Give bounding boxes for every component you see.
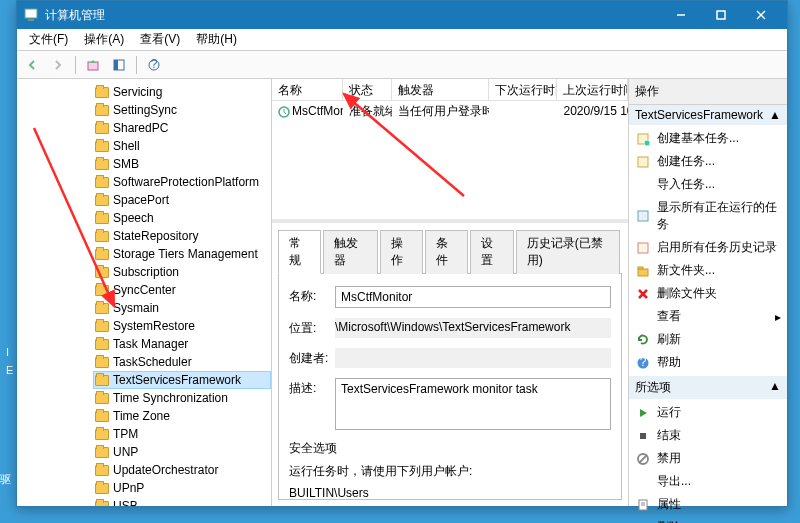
name-field[interactable]: MsCtfMonitor bbox=[335, 286, 611, 308]
up-button[interactable] bbox=[82, 54, 104, 76]
action-item[interactable]: 删除 bbox=[629, 516, 787, 523]
menubar: 文件(F) 操作(A) 查看(V) 帮助(H) bbox=[17, 29, 787, 51]
back-button[interactable] bbox=[21, 54, 43, 76]
svg-line-25 bbox=[639, 455, 647, 463]
tab-操作[interactable]: 操作 bbox=[380, 230, 423, 274]
action-item[interactable]: ?帮助 bbox=[629, 351, 787, 374]
help-button[interactable]: ? bbox=[143, 54, 165, 76]
help-icon: ? bbox=[635, 355, 651, 371]
action-item[interactable]: 创建基本任务... bbox=[629, 127, 787, 150]
action-item[interactable]: 属性 bbox=[629, 493, 787, 516]
tree-item-storage-tiers-management[interactable]: Storage Tiers Management bbox=[93, 245, 271, 263]
tree-item-sharedpc[interactable]: SharedPC bbox=[93, 119, 271, 137]
task-list-body[interactable]: MsCtfMoni...准备就绪当任何用户登录时2020/9/15 10:05 bbox=[272, 101, 628, 219]
name-label: 名称: bbox=[289, 286, 335, 305]
tree-pane[interactable]: ServicingSettingSyncSharedPCShellSMBSoft… bbox=[17, 79, 272, 506]
tree-item-shell[interactable]: Shell bbox=[93, 137, 271, 155]
tab-设置[interactable]: 设置 bbox=[470, 230, 513, 274]
action-item[interactable]: 启用所有任务历史记录 bbox=[629, 236, 787, 259]
tree-item-smb[interactable]: SMB bbox=[93, 155, 271, 173]
tree-item-speech[interactable]: Speech bbox=[93, 209, 271, 227]
folder-icon bbox=[95, 375, 109, 386]
tree-item-time-zone[interactable]: Time Zone bbox=[93, 407, 271, 425]
tree-item-synccenter[interactable]: SyncCenter bbox=[93, 281, 271, 299]
tree-item-sysmain[interactable]: Sysmain bbox=[93, 299, 271, 317]
tab-条件[interactable]: 条件 bbox=[425, 230, 468, 274]
desc-field[interactable]: TextServicesFramework monitor task bbox=[335, 378, 611, 430]
action-item[interactable]: 删除文件夹 bbox=[629, 282, 787, 305]
detail-tabs: 常规触发器操作条件设置历史记录(已禁用) bbox=[278, 229, 622, 274]
svg-rect-1 bbox=[28, 19, 34, 21]
tree-item-unp[interactable]: UNP bbox=[93, 443, 271, 461]
forward-button[interactable] bbox=[47, 54, 69, 76]
author-label: 创建者: bbox=[289, 348, 335, 367]
tab-历史记录(已禁用)[interactable]: 历史记录(已禁用) bbox=[516, 230, 620, 274]
task-list: 名称状态触发器下次运行时间上次运行时间 MsCtfMoni...准备就绪当任何用… bbox=[272, 79, 628, 223]
action-item[interactable]: 禁用 bbox=[629, 447, 787, 470]
tree-item-tpm[interactable]: TPM bbox=[93, 425, 271, 443]
column-header[interactable]: 触发器 bbox=[392, 79, 488, 100]
folder-icon bbox=[95, 141, 109, 152]
main-window: 计算机管理 文件(F) 操作(A) 查看(V) 帮助(H) ? Servicin… bbox=[16, 0, 788, 507]
running-icon bbox=[635, 208, 651, 224]
tree-item-settingsync[interactable]: SettingSync bbox=[93, 101, 271, 119]
svg-rect-16 bbox=[638, 243, 648, 253]
tree-item-staterepository[interactable]: StateRepository bbox=[93, 227, 271, 245]
action-item[interactable]: 查看▸ bbox=[629, 305, 787, 328]
action-item[interactable]: 新文件夹... bbox=[629, 259, 787, 282]
column-header[interactable]: 上次运行时间 bbox=[557, 79, 628, 100]
tree-item-softwareprotectionplatform[interactable]: SoftwareProtectionPlatform bbox=[93, 173, 271, 191]
task-new-icon bbox=[635, 131, 651, 147]
close-button[interactable] bbox=[741, 1, 781, 29]
folder-icon bbox=[95, 465, 109, 476]
action-item[interactable]: 导入任务... bbox=[629, 173, 787, 196]
tree-item-upnp[interactable]: UPnP bbox=[93, 479, 271, 497]
menu-file[interactable]: 文件(F) bbox=[21, 29, 76, 50]
menu-action[interactable]: 操作(A) bbox=[76, 29, 132, 50]
menu-help[interactable]: 帮助(H) bbox=[188, 29, 245, 50]
folder-icon bbox=[95, 213, 109, 224]
task-row[interactable]: MsCtfMoni...准备就绪当任何用户登录时2020/9/15 10:05 bbox=[272, 101, 628, 121]
menu-view[interactable]: 查看(V) bbox=[132, 29, 188, 50]
action-item[interactable]: 刷新 bbox=[629, 328, 787, 351]
folder-icon bbox=[95, 285, 109, 296]
delete-red-icon bbox=[635, 286, 651, 302]
column-header[interactable]: 状态 bbox=[343, 79, 392, 100]
tree-item-taskscheduler[interactable]: TaskScheduler bbox=[93, 353, 271, 371]
folder-icon bbox=[95, 123, 109, 134]
show-hide-button[interactable] bbox=[108, 54, 130, 76]
titlebar: 计算机管理 bbox=[17, 1, 787, 29]
tab-常规[interactable]: 常规 bbox=[278, 230, 321, 274]
blank-icon bbox=[635, 177, 651, 193]
action-item[interactable]: 显示所有正在运行的任务 bbox=[629, 196, 787, 236]
folder-icon bbox=[95, 321, 109, 332]
maximize-button[interactable] bbox=[701, 1, 741, 29]
tab-触发器[interactable]: 触发器 bbox=[323, 230, 377, 274]
column-header[interactable]: 名称 bbox=[272, 79, 343, 100]
tree-item-subscription[interactable]: Subscription bbox=[93, 263, 271, 281]
tree-item-systemrestore[interactable]: SystemRestore bbox=[93, 317, 271, 335]
folder-icon bbox=[95, 105, 109, 116]
tree-item-servicing[interactable]: Servicing bbox=[93, 83, 271, 101]
column-header[interactable]: 下次运行时间 bbox=[489, 79, 558, 100]
refresh-icon bbox=[635, 332, 651, 348]
location-label: 位置: bbox=[289, 318, 335, 337]
action-item[interactable]: 创建任务... bbox=[629, 150, 787, 173]
folder-icon bbox=[95, 429, 109, 440]
action-item[interactable]: 运行 bbox=[629, 401, 787, 424]
svg-point-13 bbox=[644, 140, 650, 146]
delete-red-icon bbox=[635, 520, 651, 524]
folder-icon bbox=[95, 501, 109, 507]
tree-item-spaceport[interactable]: SpacePort bbox=[93, 191, 271, 209]
security-line: 运行任务时，请使用下列用户帐户: bbox=[289, 463, 611, 480]
action-item[interactable]: 导出... bbox=[629, 470, 787, 493]
svg-rect-14 bbox=[638, 157, 648, 167]
tree-item-time-synchronization[interactable]: Time Synchronization bbox=[93, 389, 271, 407]
action-item[interactable]: 结束 bbox=[629, 424, 787, 447]
tree-item-updateorchestrator[interactable]: UpdateOrchestrator bbox=[93, 461, 271, 479]
tree-item-textservicesframework[interactable]: TextServicesFramework bbox=[93, 371, 271, 389]
tree-item-usb[interactable]: USB bbox=[93, 497, 271, 506]
tree-item-task-manager[interactable]: Task Manager bbox=[93, 335, 271, 353]
folder-icon bbox=[95, 231, 109, 242]
minimize-button[interactable] bbox=[661, 1, 701, 29]
